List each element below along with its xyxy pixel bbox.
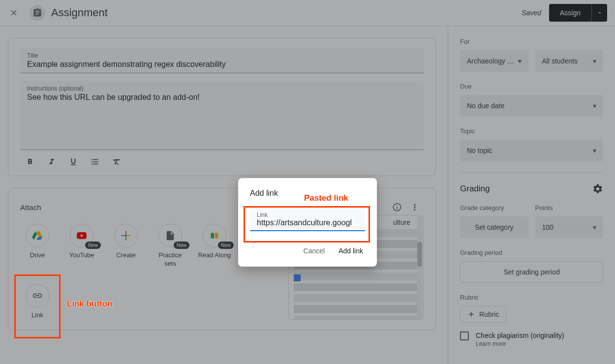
cancel-button[interactable]: Cancel: [302, 244, 327, 258]
add-link-dialog: Add link Link Cancel Add link: [238, 178, 377, 267]
add-link-button[interactable]: Add link: [337, 244, 365, 258]
link-field-label: Link: [257, 212, 365, 218]
link-input[interactable]: [257, 218, 365, 227]
link-input-wrapper[interactable]: Link: [250, 209, 365, 231]
dialog-title: Add link: [250, 189, 365, 198]
